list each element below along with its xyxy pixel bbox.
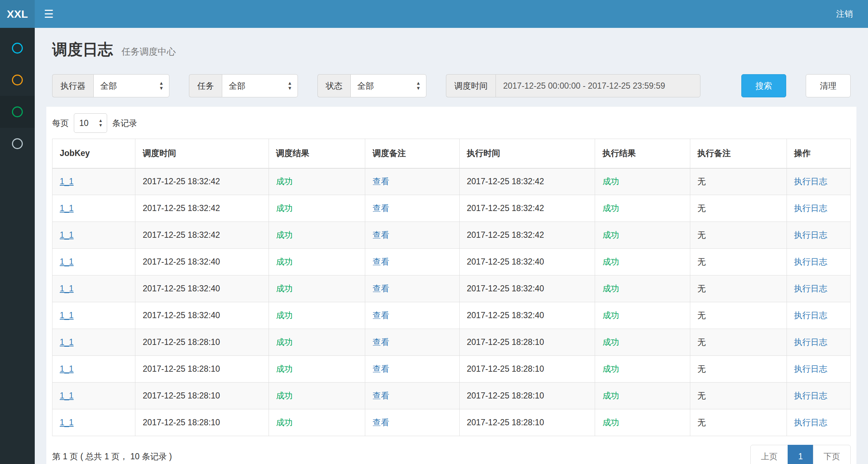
table-row: 1_1 2017-12-25 18:32:40 成功 查看 2017-12-25… bbox=[52, 302, 851, 329]
jobkey-link[interactable]: 1_1 bbox=[60, 230, 73, 240]
trigger-time-cell: 2017-12-25 18:32:40 bbox=[135, 249, 269, 275]
handle-time-cell: 2017-12-25 18:32:40 bbox=[459, 302, 595, 329]
table-footer: 第 1 页 ( 总共 1 页， 10 条记录 ) 上页 1 下页 bbox=[52, 436, 851, 464]
navbar-right: 注销 bbox=[821, 0, 868, 28]
exec-log-link[interactable]: 执行日志 bbox=[794, 257, 827, 266]
exec-log-link[interactable]: 执行日志 bbox=[794, 337, 827, 347]
exec-log-link[interactable]: 执行日志 bbox=[794, 177, 827, 186]
exec-log-link[interactable]: 执行日志 bbox=[794, 230, 827, 240]
trigger-msg-link[interactable]: 查看 bbox=[372, 418, 389, 427]
jobkey-link[interactable]: 1_1 bbox=[60, 203, 73, 213]
trigger-time-range-input[interactable] bbox=[496, 74, 700, 97]
handle-time-cell: 2017-12-25 18:28:10 bbox=[459, 329, 595, 356]
trigger-time-cell: 2017-12-25 18:28:10 bbox=[135, 409, 269, 436]
logout-link[interactable]: 注销 bbox=[821, 8, 868, 20]
trigger-result-text: 成功 bbox=[276, 391, 293, 400]
col-header-action: 操作 bbox=[787, 139, 850, 168]
handle-msg-cell: 无 bbox=[690, 302, 787, 329]
page-subtitle: 任务调度中心 bbox=[122, 46, 176, 56]
trigger-time-filter-group: 调度时间 bbox=[446, 74, 700, 97]
next-page-button[interactable]: 下页 bbox=[813, 445, 851, 464]
handle-result-text: 成功 bbox=[602, 284, 619, 293]
status-select[interactable]: 全部 bbox=[350, 74, 426, 97]
handle-result-text: 成功 bbox=[602, 364, 619, 374]
app-logo[interactable]: XXL bbox=[0, 0, 35, 28]
exec-log-link[interactable]: 执行日志 bbox=[794, 311, 827, 320]
handle-time-cell: 2017-12-25 18:32:42 bbox=[459, 222, 595, 249]
status-filter-group: 状态 全部 bbox=[317, 74, 426, 97]
current-page-button[interactable]: 1 bbox=[788, 445, 813, 464]
exec-log-link[interactable]: 执行日志 bbox=[794, 364, 827, 374]
search-button[interactable]: 搜索 bbox=[741, 74, 786, 97]
handle-msg-cell: 无 bbox=[690, 275, 787, 302]
handle-result-text: 成功 bbox=[602, 177, 619, 186]
page-size-suffix-label: 条记录 bbox=[112, 118, 137, 129]
exec-log-link[interactable]: 执行日志 bbox=[794, 418, 827, 427]
status-select-wrap: 全部 bbox=[350, 74, 426, 97]
exec-log-link[interactable]: 执行日志 bbox=[794, 284, 827, 293]
sidebar-item[interactable] bbox=[0, 32, 35, 64]
handle-msg-cell: 无 bbox=[690, 383, 787, 409]
sidebar-toggle-button[interactable]: ☰ bbox=[35, 0, 63, 28]
handle-result-text: 成功 bbox=[602, 391, 619, 400]
handle-msg-cell: 无 bbox=[690, 356, 787, 383]
pagination-info: 第 1 页 ( 总共 1 页， 10 条记录 ) bbox=[52, 451, 172, 462]
trigger-msg-link[interactable]: 查看 bbox=[372, 177, 389, 186]
trigger-msg-link[interactable]: 查看 bbox=[372, 391, 389, 400]
handle-time-cell: 2017-12-25 18:32:40 bbox=[459, 275, 595, 302]
handle-time-cell: 2017-12-25 18:32:42 bbox=[459, 168, 595, 195]
handle-msg-cell: 无 bbox=[690, 329, 787, 356]
trigger-msg-link[interactable]: 查看 bbox=[372, 311, 389, 320]
jobkey-link[interactable]: 1_1 bbox=[60, 257, 73, 266]
trigger-result-text: 成功 bbox=[276, 337, 293, 347]
trigger-msg-link[interactable]: 查看 bbox=[372, 230, 389, 240]
sidebar-item[interactable] bbox=[0, 128, 35, 160]
table-header-row: JobKey 调度时间 调度结果 调度备注 执行时间 执行结果 执行备注 操作 bbox=[52, 139, 851, 168]
log-table-box: 每页 10 条记录 JobKey 调度 bbox=[46, 107, 856, 464]
clear-button[interactable]: 清理 bbox=[806, 74, 851, 97]
table-row: 1_1 2017-12-25 18:28:10 成功 查看 2017-12-25… bbox=[52, 409, 851, 436]
jobkey-link[interactable]: 1_1 bbox=[60, 418, 73, 427]
handle-result-text: 成功 bbox=[602, 311, 619, 320]
page-title: 调度日志 bbox=[52, 41, 113, 58]
col-header-handle-result: 执行结果 bbox=[595, 139, 690, 168]
sidebar-item[interactable] bbox=[0, 96, 35, 128]
trigger-time-cell: 2017-12-25 18:28:10 bbox=[135, 383, 269, 409]
jobkey-link[interactable]: 1_1 bbox=[60, 284, 73, 293]
col-header-handle-time: 执行时间 bbox=[459, 139, 595, 168]
prev-page-button[interactable]: 上页 bbox=[750, 445, 788, 464]
nav-circle-white-icon bbox=[12, 138, 23, 149]
trigger-msg-link[interactable]: 查看 bbox=[372, 364, 389, 374]
handle-time-cell: 2017-12-25 18:28:10 bbox=[459, 383, 595, 409]
col-header-trigger-time: 调度时间 bbox=[135, 139, 269, 168]
sidebar-item[interactable] bbox=[0, 64, 35, 96]
table-row: 1_1 2017-12-25 18:32:40 成功 查看 2017-12-25… bbox=[52, 249, 851, 275]
handle-result-text: 成功 bbox=[602, 203, 619, 213]
jobkey-link[interactable]: 1_1 bbox=[60, 177, 73, 186]
trigger-time-cell: 2017-12-25 18:32:40 bbox=[135, 275, 269, 302]
handle-msg-cell: 无 bbox=[690, 168, 787, 195]
exec-log-link[interactable]: 执行日志 bbox=[794, 391, 827, 400]
job-select[interactable]: 全部 bbox=[222, 74, 298, 97]
handle-result-text: 成功 bbox=[602, 418, 619, 427]
jobkey-link[interactable]: 1_1 bbox=[60, 391, 73, 400]
trigger-msg-link[interactable]: 查看 bbox=[372, 337, 389, 347]
trigger-msg-link[interactable]: 查看 bbox=[372, 257, 389, 266]
nav-circle-green-icon bbox=[12, 106, 23, 117]
table-row: 1_1 2017-12-25 18:32:42 成功 查看 2017-12-25… bbox=[52, 168, 851, 195]
table-row: 1_1 2017-12-25 18:32:40 成功 查看 2017-12-25… bbox=[52, 275, 851, 302]
executor-select[interactable]: 全部 bbox=[93, 74, 169, 97]
trigger-msg-link[interactable]: 查看 bbox=[372, 203, 389, 213]
executor-filter-label: 执行器 bbox=[52, 74, 93, 97]
page-size-select[interactable]: 10 bbox=[74, 113, 107, 133]
trigger-msg-link[interactable]: 查看 bbox=[372, 284, 389, 293]
page-size-control: 每页 10 条记录 bbox=[52, 107, 851, 139]
exec-log-link[interactable]: 执行日志 bbox=[794, 203, 827, 213]
jobkey-link[interactable]: 1_1 bbox=[60, 311, 73, 320]
table-row: 1_1 2017-12-25 18:32:42 成功 查看 2017-12-25… bbox=[52, 195, 851, 222]
nav-circle-yellow-icon bbox=[12, 75, 23, 85]
jobkey-link[interactable]: 1_1 bbox=[60, 337, 73, 347]
table-row: 1_1 2017-12-25 18:28:10 成功 查看 2017-12-25… bbox=[52, 356, 851, 383]
job-filter-group: 任务 全部 bbox=[189, 74, 298, 97]
jobkey-link[interactable]: 1_1 bbox=[60, 364, 73, 374]
